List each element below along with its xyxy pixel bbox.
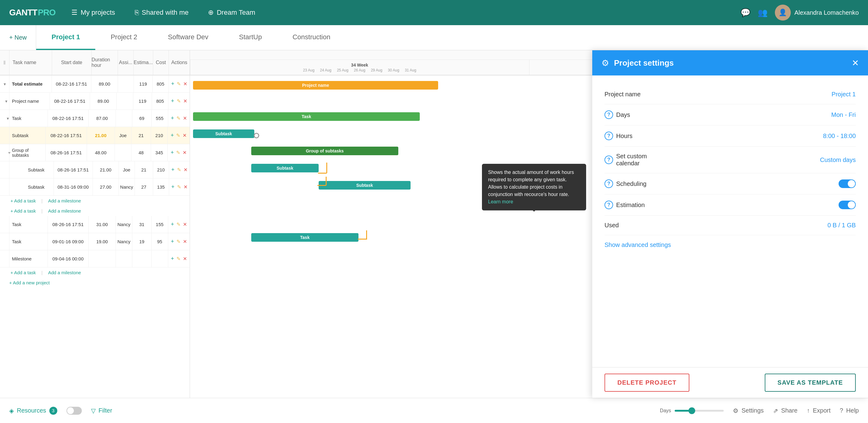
settings-row-hours: ? Hours 8:00 - 18:00 [604,125,856,147]
row-task-name: Project name [9,93,50,110]
delete-action-icon[interactable]: ✕ [183,150,187,156]
row-start: 08-22-16 17:51 [52,76,91,92]
edit-action-icon[interactable]: ✎ [177,81,181,87]
top-nav: GANTTPRO ☰ My projects ⎘ Shared with me … [0,0,868,25]
col-dur-label: Duration hour [92,57,118,68]
tab-project2[interactable]: Project 2 [95,25,153,50]
hours-help-icon[interactable]: ? [604,132,613,140]
delete-action-icon[interactable]: ✕ [183,115,187,121]
delete-action-icon[interactable]: ✕ [183,133,187,138]
settings-item[interactable]: ⚙ Settings [733,407,764,415]
days-help-icon[interactable]: ? [604,110,613,119]
tab-software-dev[interactable]: Software Dev [153,25,224,50]
row-dur: 27.00 [93,178,119,195]
delete-action-icon[interactable]: ✕ [183,98,187,104]
resources-item[interactable]: ◈ Resources 3 [9,407,57,415]
delete-action-icon[interactable]: ✕ [183,238,187,245]
settings-close-button[interactable]: ✕ [852,58,859,68]
add-action-icon[interactable]: + [171,167,175,173]
edit-action-icon[interactable]: ✎ [176,150,180,156]
add-action-icon[interactable]: + [171,238,174,245]
slider-thumb[interactable] [688,407,695,414]
edit-action-icon[interactable]: ✎ [177,256,181,262]
edit-action-icon[interactable]: ✎ [177,238,181,245]
delete-action-icon[interactable]: ✕ [183,81,187,87]
add-new-project-row[interactable]: + Add a new project [0,278,190,288]
tab-project1[interactable]: Project 1 [36,25,95,50]
add-action-icon[interactable]: + [171,221,174,228]
scheduling-toggle[interactable] [839,179,856,188]
add-task-row-2[interactable]: + Add a task | Add a milestone [0,206,190,216]
tooltip-learn-more-link[interactable]: Learn more [488,199,513,204]
settings-footer: DELETE PROJECT SAVE AS TEMPLATE [592,367,868,398]
delete-action-icon[interactable]: ✕ [183,222,187,227]
row-collapse-project[interactable]: ▾ [0,99,9,104]
row-dur: 21.00 [87,127,114,144]
avatar: 👤 [775,5,791,21]
date-25aug: 25 Aug [337,68,348,73]
grid-header: ⦀ Task name Start date Duration hour Ass… [0,50,190,76]
add-milestone-label-2[interactable]: Add a milestone [48,208,81,214]
add-action-icon[interactable]: + [170,149,174,156]
tab-startup[interactable]: StartUp [224,25,277,50]
delete-action-icon[interactable]: ✕ [184,184,187,190]
scheduling-help-icon[interactable]: ? [604,179,613,188]
days-value[interactable]: Mon - Fri [672,111,856,118]
add-action-icon[interactable]: + [171,255,174,262]
nav-my-projects[interactable]: ☰ My projects [68,6,119,19]
estimation-help-icon[interactable]: ? [604,201,613,209]
add-milestone-label-1[interactable]: Add a milestone [48,198,81,203]
filter-item[interactable]: ▽ Filter [91,407,112,415]
edit-action-icon[interactable]: ✎ [177,222,181,227]
settings-row-estimation: ? Estimation [604,195,856,216]
delete-action-icon[interactable]: ✕ [183,256,187,262]
nav-dream-team[interactable]: ⊕ Dream Team [204,6,259,19]
gantt-bar-label: Project name [302,83,329,88]
days-slider[interactable] [675,410,724,412]
tab-construction[interactable]: Construction [277,25,346,50]
row-collapse-task[interactable]: ▾ [0,116,9,121]
custom-cal-help-icon[interactable]: ? [604,156,613,164]
add-action-icon[interactable]: + [171,184,175,190]
edit-action-icon[interactable]: ✎ [177,115,181,121]
user-menu[interactable]: 👤 Alexandra Lomachenko [775,5,859,21]
logo[interactable]: GANTTPRO [9,8,56,18]
export-item[interactable]: ↑ Export [807,407,831,414]
row-actions: + ✎ ✕ [167,127,190,144]
collapse-col-icon[interactable]: ⦀ [0,59,9,66]
add-task-row-1[interactable]: + Add a task | Add a milestone [0,196,190,206]
add-action-icon[interactable]: + [171,115,174,121]
edit-action-icon[interactable]: ✎ [176,133,180,138]
share-item[interactable]: ⇗ Share [773,407,798,415]
edit-action-icon[interactable]: ✎ [177,184,181,190]
add-action-icon[interactable]: + [171,81,174,87]
new-project-button[interactable]: + New [0,25,36,50]
gantt-bar-sub3: Subtask [319,181,410,190]
add-task-label-1[interactable]: + Add a task [10,198,36,203]
row-collapse-group[interactable]: ▾ [0,150,9,155]
project-name-input[interactable] [672,91,856,98]
edit-action-icon[interactable]: ✎ [177,98,181,104]
delete-action-icon[interactable]: ✕ [184,167,187,173]
resources-toggle[interactable] [66,407,82,415]
settings-row-scheduling: ? Scheduling [604,173,856,195]
add-task-row-3[interactable]: + Add a task | Add a milestone [0,267,190,278]
show-advanced-link[interactable]: Show advanced settings [604,242,671,249]
save-as-template-button[interactable]: SAVE AS TEMPLATE [765,374,856,392]
custom-cal-value[interactable]: Custom days [672,157,856,164]
chat-icon[interactable]: 💬 [741,8,750,18]
add-task-label-2[interactable]: + Add a task [10,208,36,214]
estimation-toggle[interactable] [839,201,856,209]
help-item[interactable]: ? Help [840,407,859,414]
row-collapse-total[interactable]: ▾ [0,82,9,86]
nav-shared-with-me[interactable]: ⎘ Shared with me [131,6,192,19]
add-action-icon[interactable]: + [171,98,174,104]
add-milestone-label-3[interactable]: Add a milestone [48,270,81,275]
edit-action-icon[interactable]: ✎ [177,167,181,173]
add-action-icon[interactable]: + [170,132,174,139]
add-task-label-3[interactable]: + Add a task [10,270,36,275]
add-project-label[interactable]: + Add a new project [9,280,50,285]
delete-project-button[interactable]: DELETE PROJECT [604,374,689,392]
contacts-icon[interactable]: 👥 [758,8,768,18]
hours-value[interactable]: 8:00 - 18:00 [672,133,856,140]
